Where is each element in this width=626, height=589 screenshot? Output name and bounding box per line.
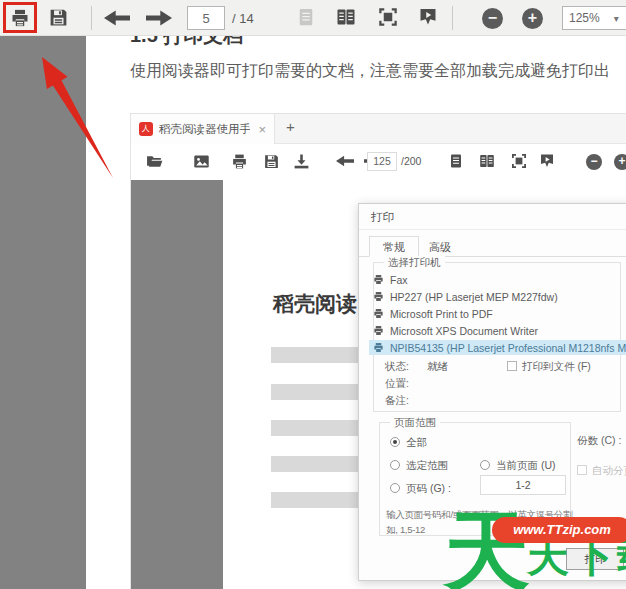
print-dialog-tabs: 常规 高级 xyxy=(359,236,626,257)
save-icon[interactable] xyxy=(48,7,69,28)
pdf-file-icon: 人 xyxy=(139,122,153,136)
printer-list-item: Fax xyxy=(369,272,412,287)
radio-icon xyxy=(390,483,400,493)
zoom-in-icon: + xyxy=(614,154,626,170)
annotation-arrow-icon xyxy=(30,50,130,185)
printer-list-item: HP227 (HP Laserjet MEP M227fdw) xyxy=(369,289,562,304)
range-current-radio: 当前页面 (U) xyxy=(480,459,556,473)
radio-icon xyxy=(390,437,400,447)
status-label: 状态: xyxy=(385,360,409,374)
location-label: 位置: xyxy=(385,377,409,391)
range-all-label: 全部 xyxy=(406,436,427,448)
copies-label: 份数 (C) : xyxy=(577,434,621,448)
range-pages-label: 页码 (G) : xyxy=(406,482,451,494)
tab-general: 常规 xyxy=(369,236,419,257)
single-page-view-icon[interactable] xyxy=(296,7,316,27)
toolbar-divider xyxy=(452,6,453,30)
tab-advanced: 高级 xyxy=(415,236,465,257)
watermark-url-badge: www.TTzip.com xyxy=(492,517,626,543)
print-to-file-label: 打印到文件 (F) xyxy=(522,360,591,372)
page-total-label: /200 xyxy=(401,155,421,167)
printer-name: Microsoft XPS Document Writer xyxy=(390,325,538,337)
download-icon xyxy=(293,153,310,170)
previous-page-icon[interactable] xyxy=(104,9,130,27)
fullscreen-icon[interactable] xyxy=(378,7,398,27)
image-export-icon xyxy=(193,153,210,170)
fullscreen-icon xyxy=(511,153,527,169)
open-folder-icon xyxy=(146,153,163,170)
presentation-icon xyxy=(539,153,555,169)
printer-list-item: Microsoft XPS Document Writer xyxy=(369,323,542,338)
next-page-icon[interactable] xyxy=(146,9,172,27)
range-hint-line2: 如, 1,5-12 xyxy=(386,524,425,537)
page-range-group-label: 页面范围 xyxy=(390,416,440,430)
page-number-field: 125 xyxy=(367,152,397,171)
printer-name: NPIB54135 (HP Laserjet Professional M121… xyxy=(390,342,626,354)
screenshot-tab-title: 稻壳阅读器使用手册 xyxy=(159,122,250,137)
print-to-file-checkbox: 打印到文件 (F) xyxy=(507,360,591,374)
collate-label: 自动分页 xyxy=(592,464,626,476)
radio-icon xyxy=(480,460,490,470)
page-total-label: / 14 xyxy=(232,11,254,26)
two-page-view-icon xyxy=(479,153,495,169)
page-number-input[interactable] xyxy=(187,6,225,30)
screenshot-document-tab: 人 稻壳阅读器使用手册 × xyxy=(131,114,275,144)
zoom-level-dropdown[interactable]: 125% ▾ xyxy=(562,6,626,30)
previous-page-icon xyxy=(336,155,354,167)
status-value: 就绪 xyxy=(427,360,448,374)
screenshot-page-title: 稻壳阅读 xyxy=(273,290,357,318)
comments-label: 备注: xyxy=(385,394,409,408)
zoom-level-value: 125% xyxy=(569,11,600,25)
new-tab-icon: + xyxy=(286,118,295,135)
range-current-label: 当前页面 (U) xyxy=(496,459,556,471)
print-dialog-title: 打印 xyxy=(359,204,626,230)
zoom-out-icon[interactable]: − xyxy=(482,8,503,29)
radio-icon xyxy=(390,460,400,470)
two-page-view-icon[interactable] xyxy=(336,7,356,27)
screenshot-tab-bar: 人 稻壳阅读器使用手册 × + xyxy=(131,114,626,144)
page-range-input xyxy=(480,475,566,495)
print-icon[interactable] xyxy=(10,8,30,28)
printer-list-item: Microsoft Print to PDF xyxy=(369,306,497,321)
checkbox-icon xyxy=(507,361,517,371)
collate-checkbox: 自动分页 xyxy=(577,464,626,478)
printer-name: HP227 (HP Laserjet MEP M227fdw) xyxy=(390,291,558,303)
checkbox-icon xyxy=(577,465,587,475)
screenshot-toolbar: 125 /200 − + xyxy=(131,144,626,180)
chevron-down-icon: ▾ xyxy=(614,13,619,24)
range-selection-radio: 选定范围 xyxy=(390,459,448,473)
presentation-icon[interactable] xyxy=(418,7,438,27)
printer-name: Microsoft Print to PDF xyxy=(390,308,493,320)
section-paragraph: 使用阅读器即可打印需要的文档，注意需要全部加载完成避免打印出 xyxy=(130,61,626,82)
range-all-radio: 全部 xyxy=(390,436,427,450)
close-icon: × xyxy=(258,122,266,137)
range-pages-radio: 页码 (G) : xyxy=(390,482,451,496)
save-icon xyxy=(263,153,280,170)
printer-name: Fax xyxy=(390,274,408,286)
single-page-view-icon xyxy=(448,153,464,169)
zoom-in-icon[interactable]: + xyxy=(522,8,543,29)
print-highlight-box xyxy=(3,2,37,33)
toolbar-divider xyxy=(91,6,92,30)
main-toolbar: / 14 − + 125% ▾ xyxy=(0,0,626,36)
printer-group-label: 选择打印机 xyxy=(384,256,445,270)
app-window: / 14 − + 125% ▾ 1.5 打印文档 使用阅读器即可打印需要的文档，… xyxy=(0,0,626,589)
printer-list-item-selected: NPIB54135 (HP Laserjet Professional M121… xyxy=(369,340,626,355)
print-icon xyxy=(231,153,248,170)
zoom-out-icon: − xyxy=(586,154,602,170)
range-selection-label: 选定范围 xyxy=(406,459,448,471)
